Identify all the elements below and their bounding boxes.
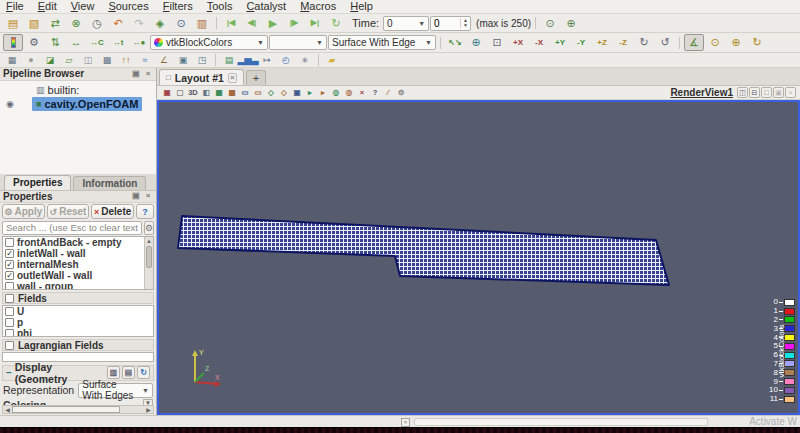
zoom-to-data-icon[interactable]: ⊕: [466, 34, 486, 51]
plot-selection-over-time-icon[interactable]: ◴: [277, 54, 295, 67]
pipeline-item-cavity-openfoam[interactable]: ◉ ■cavity.OpenFOAM: [0, 97, 156, 111]
reset-session-icon[interactable]: ◷: [87, 15, 107, 32]
clip-icon[interactable]: ◪: [41, 54, 59, 67]
checkbox[interactable]: [5, 260, 14, 269]
rotate-90-cw-icon[interactable]: ↻: [634, 34, 654, 51]
checkbox[interactable]: [5, 238, 14, 247]
tab-information[interactable]: Information: [73, 176, 146, 190]
auto-apply-icon[interactable]: ◈: [150, 15, 170, 32]
representation-combo[interactable]: Surface With Edges▼: [78, 383, 153, 398]
maximize-view-icon[interactable]: □: [761, 87, 772, 98]
field-row[interactable]: U: [3, 306, 153, 317]
fields-checkbox[interactable]: [5, 294, 14, 303]
loop-icon[interactable]: ↻: [326, 15, 346, 32]
abort-progress-icon[interactable]: ×: [401, 418, 410, 427]
menu-sources[interactable]: Sources: [108, 0, 148, 13]
add-selection-icon[interactable]: ⊕: [561, 15, 581, 32]
search-input[interactable]: [2, 221, 142, 235]
pipeline-item-builtin[interactable]: ◉ ▥builtin:: [0, 83, 156, 97]
extract-group-icon[interactable]: ◳: [193, 54, 211, 67]
mesh-region-row[interactable]: outletWall - wall: [3, 270, 153, 281]
close-icon[interactable]: ×: [143, 191, 153, 201]
component-combo[interactable]: ▼: [269, 35, 327, 50]
spin-arrows-icon[interactable]: ▲▼: [460, 18, 470, 28]
mesh-region-row[interactable]: frontAndBack - empty: [3, 237, 153, 248]
delete-button[interactable]: ×Delete: [91, 204, 134, 219]
render-view-canvas[interactable]: Y X Z 0: [157, 100, 800, 415]
menu-edit[interactable]: Edit: [38, 0, 57, 13]
toggle-interaction-mode-icon[interactable]: 3D: [187, 87, 199, 98]
menu-macros[interactable]: Macros: [300, 0, 336, 13]
interactive-select-points-icon[interactable]: ▸: [317, 87, 329, 98]
zoom-to-selection-icon[interactable]: ⊙: [540, 15, 560, 32]
mesh-region-row[interactable]: wall - group: [3, 281, 153, 290]
scroll-left-icon[interactable]: ◀: [3, 406, 12, 413]
glyph-filter-icon[interactable]: ↑↑: [117, 54, 135, 67]
search-options-gear-icon[interactable]: ⚙: [144, 221, 154, 235]
menu-file[interactable]: File: [6, 0, 24, 13]
scroll-thumb[interactable]: [146, 246, 152, 268]
disconnect-server-icon[interactable]: ⊗: [66, 15, 86, 32]
copy-display-icon[interactable]: ▥: [107, 366, 120, 379]
menu-tools[interactable]: Tools: [207, 0, 233, 13]
find-data-icon[interactable]: ⊙: [171, 15, 191, 32]
interactive-select-cells-icon[interactable]: ▸: [304, 87, 316, 98]
color-palette-icon[interactable]: ▥: [192, 15, 212, 32]
select-frustum-cells-icon[interactable]: ▭: [239, 87, 251, 98]
checkbox[interactable]: [5, 318, 14, 327]
cavity-mesh[interactable]: [159, 102, 796, 415]
menu-help[interactable]: Help: [350, 0, 373, 13]
view-minus-z-icon[interactable]: -Z: [613, 34, 633, 51]
close-tab-icon[interactable]: ×: [228, 73, 237, 83]
split-vertical-icon[interactable]: ⊟: [749, 87, 760, 98]
select-polygon-points-icon[interactable]: ◇: [278, 87, 290, 98]
scroll-right-icon[interactable]: ▶: [144, 406, 153, 413]
checkbox[interactable]: [5, 282, 14, 290]
adjust-camera-icon[interactable]: ◧: [200, 87, 212, 98]
extract-selection-icon[interactable]: ↦: [258, 54, 276, 67]
close-view-icon[interactable]: ×: [785, 87, 796, 98]
edit-annotation-icon[interactable]: ∕: [382, 87, 394, 98]
view-plus-z-icon[interactable]: +Z: [592, 34, 612, 51]
rescale-to-visible-range-icon[interactable]: ↔●: [129, 34, 149, 51]
color-legend[interactable]: 0 1 2: [747, 298, 795, 404]
scroll-thumb[interactable]: [12, 406, 120, 413]
checkbox[interactable]: [5, 271, 14, 280]
collapse-icon[interactable]: −: [6, 367, 12, 378]
menu-catalyst[interactable]: Catalyst: [246, 0, 286, 13]
view-plus-y-icon[interactable]: +Y: [550, 34, 570, 51]
probe-location-icon[interactable]: ∗: [296, 54, 314, 67]
last-frame-icon[interactable]: ▶|: [305, 15, 325, 32]
rotate-90-ccw-icon[interactable]: ↺: [655, 34, 675, 51]
scroll-up-icon[interactable]: ▲: [145, 237, 153, 245]
rescale-to-custom-range-icon[interactable]: ↔C: [87, 34, 107, 51]
properties-hscroll[interactable]: ◀ ▶: [2, 405, 154, 414]
calculator-icon[interactable]: ▦: [3, 54, 21, 67]
select-polygon-cells-icon[interactable]: ◇: [265, 87, 277, 98]
help-button[interactable]: ?: [136, 204, 154, 219]
undock-icon[interactable]: ▣: [131, 69, 141, 79]
zoom-to-box-icon[interactable]: ⊡: [487, 34, 507, 51]
mesh-region-row[interactable]: inletWall - wall: [3, 248, 153, 259]
show-center-axes-icon[interactable]: ⊙: [705, 34, 725, 51]
menu-view[interactable]: View: [71, 0, 95, 13]
checkbox[interactable]: [5, 329, 14, 337]
redo-icon[interactable]: ↷: [129, 15, 149, 32]
load-state-icon[interactable]: ▧: [24, 15, 44, 32]
checkbox[interactable]: [5, 307, 14, 316]
warp-by-vector-icon[interactable]: ∠: [155, 54, 173, 67]
extract-subset-icon[interactable]: ▩: [98, 54, 116, 67]
reset-button[interactable]: ↺Reset: [47, 204, 90, 219]
field-row[interactable]: p: [3, 317, 153, 328]
open-spreadsheet-icon[interactable]: ▤: [220, 54, 238, 67]
paste-display-icon[interactable]: ▤: [122, 366, 135, 379]
select-points-on-icon[interactable]: ▦: [226, 87, 238, 98]
ruler-icon[interactable]: ▰: [323, 54, 341, 67]
reset-camera-icon[interactable]: ↖↘: [445, 34, 465, 51]
checkbox[interactable]: [5, 249, 14, 258]
rescale-to-temporal-range-icon[interactable]: ↔t: [108, 34, 128, 51]
lagrangian-checkbox[interactable]: [5, 341, 14, 350]
show-orientation-axes-icon[interactable]: ∡: [684, 34, 704, 51]
time-combo[interactable]: 0▼: [383, 16, 429, 31]
selection-help-icon[interactable]: ?: [369, 87, 381, 98]
